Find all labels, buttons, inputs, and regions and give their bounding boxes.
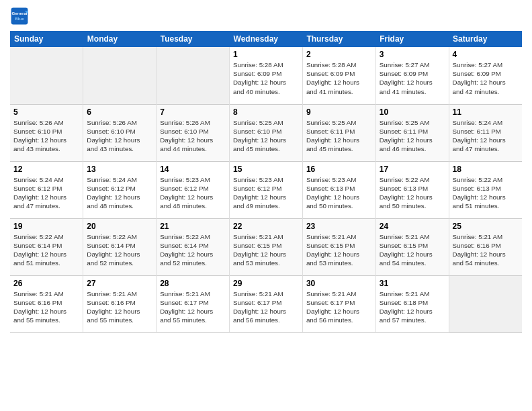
day-number: 31 — [380, 279, 445, 288]
day-number: 26 — [13, 279, 79, 288]
day-number: 8 — [233, 107, 299, 117]
day-number: 2 — [306, 50, 372, 59]
day-info: Sunrise: 5:22 AM Sunset: 6:14 PM Dayligh… — [13, 232, 79, 268]
calendar-cell: 20Sunrise: 5:22 AM Sunset: 6:14 PM Dayli… — [83, 218, 157, 275]
day-number: 15 — [233, 165, 299, 174]
calendar-cell: 18Sunrise: 5:22 AM Sunset: 6:13 PM Dayli… — [449, 161, 522, 218]
day-info: Sunrise: 5:21 AM Sunset: 6:15 PM Dayligh… — [306, 232, 372, 268]
day-info: Sunrise: 5:23 AM Sunset: 6:13 PM Dayligh… — [306, 175, 372, 211]
calendar-cell: 25Sunrise: 5:21 AM Sunset: 6:16 PM Dayli… — [449, 218, 522, 275]
page-header: General Blue — [10, 7, 522, 26]
day-info: Sunrise: 5:22 AM Sunset: 6:13 PM Dayligh… — [380, 175, 445, 211]
day-number: 16 — [306, 165, 372, 174]
day-info: Sunrise: 5:21 AM Sunset: 6:18 PM Dayligh… — [380, 289, 445, 325]
day-number: 14 — [160, 165, 226, 174]
day-number: 3 — [380, 50, 445, 59]
day-info: Sunrise: 5:23 AM Sunset: 6:12 PM Dayligh… — [233, 175, 299, 211]
day-number: 27 — [87, 279, 152, 288]
day-info: Sunrise: 5:21 AM Sunset: 6:15 PM Dayligh… — [233, 232, 299, 268]
day-number: 10 — [380, 107, 445, 117]
calendar-cell: 28Sunrise: 5:21 AM Sunset: 6:17 PM Dayli… — [157, 275, 230, 332]
day-info: Sunrise: 5:28 AM Sunset: 6:09 PM Dayligh… — [306, 60, 372, 96]
day-number: 18 — [453, 165, 519, 174]
day-info: Sunrise: 5:22 AM Sunset: 6:14 PM Dayligh… — [87, 232, 152, 268]
logo-icon: General Blue — [10, 7, 29, 26]
day-info: Sunrise: 5:21 AM Sunset: 6:17 PM Dayligh… — [160, 289, 226, 325]
calendar-week-row: 19Sunrise: 5:22 AM Sunset: 6:14 PM Dayli… — [10, 218, 522, 275]
day-number: 7 — [160, 107, 226, 117]
day-number: 25 — [453, 222, 519, 231]
day-number: 9 — [306, 107, 372, 117]
logo: General Blue — [10, 7, 32, 26]
calendar-cell — [83, 47, 157, 104]
calendar-cell: 10Sunrise: 5:25 AM Sunset: 6:11 PM Dayli… — [375, 104, 449, 161]
weekday-header-tuesday: Tuesday — [157, 31, 230, 47]
svg-text:General: General — [11, 11, 27, 15]
day-info: Sunrise: 5:25 AM Sunset: 6:10 PM Dayligh… — [233, 118, 299, 154]
day-info: Sunrise: 5:27 AM Sunset: 6:09 PM Dayligh… — [453, 60, 519, 96]
calendar-cell: 11Sunrise: 5:24 AM Sunset: 6:11 PM Dayli… — [449, 104, 522, 161]
day-number: 5 — [13, 107, 79, 117]
weekday-header-monday: Monday — [83, 31, 157, 47]
day-info: Sunrise: 5:25 AM Sunset: 6:11 PM Dayligh… — [380, 118, 445, 154]
day-info: Sunrise: 5:28 AM Sunset: 6:09 PM Dayligh… — [233, 60, 299, 96]
svg-text:Blue: Blue — [15, 16, 24, 21]
calendar-cell — [449, 275, 522, 332]
calendar-week-row: 12Sunrise: 5:24 AM Sunset: 6:12 PM Dayli… — [10, 161, 522, 218]
calendar-table: SundayMondayTuesdayWednesdayThursdayFrid… — [10, 31, 522, 333]
calendar-cell: 4Sunrise: 5:27 AM Sunset: 6:09 PM Daylig… — [449, 47, 522, 104]
weekday-header-saturday: Saturday — [449, 31, 522, 47]
day-info: Sunrise: 5:21 AM Sunset: 6:16 PM Dayligh… — [453, 232, 519, 268]
weekday-header-row: SundayMondayTuesdayWednesdayThursdayFrid… — [10, 31, 522, 47]
calendar-cell: 24Sunrise: 5:21 AM Sunset: 6:15 PM Dayli… — [375, 218, 449, 275]
calendar-cell: 1Sunrise: 5:28 AM Sunset: 6:09 PM Daylig… — [230, 47, 303, 104]
day-info: Sunrise: 5:24 AM Sunset: 6:12 PM Dayligh… — [13, 175, 79, 211]
day-number: 17 — [380, 165, 445, 174]
calendar-cell: 17Sunrise: 5:22 AM Sunset: 6:13 PM Dayli… — [375, 161, 449, 218]
day-info: Sunrise: 5:24 AM Sunset: 6:12 PM Dayligh… — [87, 175, 152, 211]
calendar-cell: 29Sunrise: 5:21 AM Sunset: 6:17 PM Dayli… — [230, 275, 303, 332]
calendar-cell: 23Sunrise: 5:21 AM Sunset: 6:15 PM Dayli… — [302, 218, 375, 275]
day-info: Sunrise: 5:26 AM Sunset: 6:10 PM Dayligh… — [87, 118, 152, 154]
calendar-cell: 26Sunrise: 5:21 AM Sunset: 6:16 PM Dayli… — [10, 275, 83, 332]
calendar-cell: 19Sunrise: 5:22 AM Sunset: 6:14 PM Dayli… — [10, 218, 83, 275]
day-info: Sunrise: 5:26 AM Sunset: 6:10 PM Dayligh… — [13, 118, 79, 154]
day-number: 12 — [13, 165, 79, 174]
day-info: Sunrise: 5:21 AM Sunset: 6:16 PM Dayligh… — [13, 289, 79, 325]
day-info: Sunrise: 5:23 AM Sunset: 6:12 PM Dayligh… — [160, 175, 226, 211]
day-info: Sunrise: 5:26 AM Sunset: 6:10 PM Dayligh… — [160, 118, 226, 154]
calendar-cell: 7Sunrise: 5:26 AM Sunset: 6:10 PM Daylig… — [157, 104, 230, 161]
calendar-cell: 9Sunrise: 5:25 AM Sunset: 6:11 PM Daylig… — [302, 104, 375, 161]
calendar-cell: 22Sunrise: 5:21 AM Sunset: 6:15 PM Dayli… — [230, 218, 303, 275]
calendar-week-row: 5Sunrise: 5:26 AM Sunset: 6:10 PM Daylig… — [10, 104, 522, 161]
calendar-cell: 14Sunrise: 5:23 AM Sunset: 6:12 PM Dayli… — [157, 161, 230, 218]
calendar-cell: 21Sunrise: 5:22 AM Sunset: 6:14 PM Dayli… — [157, 218, 230, 275]
day-number: 19 — [13, 222, 79, 231]
weekday-header-wednesday: Wednesday — [230, 31, 303, 47]
calendar-week-row: 1Sunrise: 5:28 AM Sunset: 6:09 PM Daylig… — [10, 47, 522, 104]
calendar-cell: 15Sunrise: 5:23 AM Sunset: 6:12 PM Dayli… — [230, 161, 303, 218]
calendar-cell: 8Sunrise: 5:25 AM Sunset: 6:10 PM Daylig… — [230, 104, 303, 161]
day-number: 20 — [87, 222, 152, 231]
day-number: 29 — [233, 279, 299, 288]
calendar-cell: 6Sunrise: 5:26 AM Sunset: 6:10 PM Daylig… — [83, 104, 157, 161]
weekday-header-thursday: Thursday — [302, 31, 375, 47]
calendar-cell: 30Sunrise: 5:21 AM Sunset: 6:17 PM Dayli… — [302, 275, 375, 332]
day-number: 30 — [306, 279, 372, 288]
day-info: Sunrise: 5:27 AM Sunset: 6:09 PM Dayligh… — [380, 60, 445, 96]
calendar-cell: 3Sunrise: 5:27 AM Sunset: 6:09 PM Daylig… — [375, 47, 449, 104]
day-number: 21 — [160, 222, 226, 231]
day-number: 22 — [233, 222, 299, 231]
calendar-cell: 12Sunrise: 5:24 AM Sunset: 6:12 PM Dayli… — [10, 161, 83, 218]
day-number: 24 — [380, 222, 445, 231]
calendar-cell: 31Sunrise: 5:21 AM Sunset: 6:18 PM Dayli… — [375, 275, 449, 332]
calendar-cell — [157, 47, 230, 104]
calendar-week-row: 26Sunrise: 5:21 AM Sunset: 6:16 PM Dayli… — [10, 275, 522, 332]
calendar-cell: 5Sunrise: 5:26 AM Sunset: 6:10 PM Daylig… — [10, 104, 83, 161]
day-number: 13 — [87, 165, 152, 174]
day-info: Sunrise: 5:22 AM Sunset: 6:14 PM Dayligh… — [160, 232, 226, 268]
day-number: 4 — [453, 50, 519, 59]
day-number: 23 — [306, 222, 372, 231]
weekday-header-friday: Friday — [375, 31, 449, 47]
day-number: 1 — [233, 50, 299, 59]
